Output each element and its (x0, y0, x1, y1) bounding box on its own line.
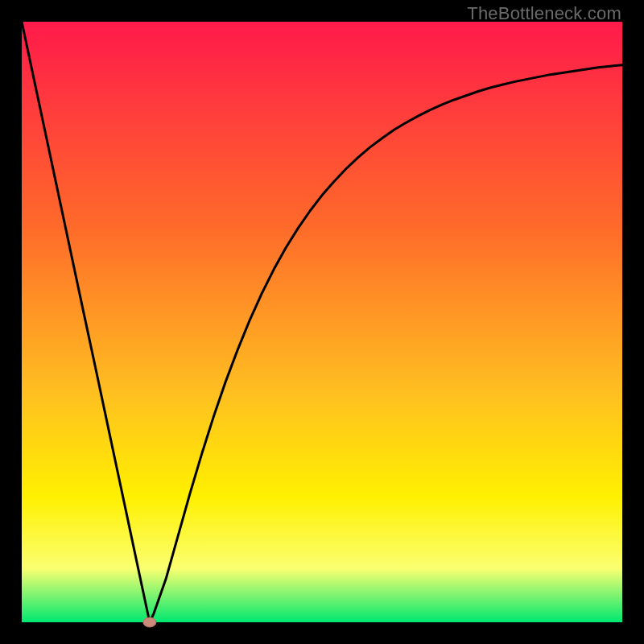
watermark-text: TheBottleneck.com (467, 3, 621, 24)
chart-frame: { "watermark": "TheBottleneck.com", "col… (0, 0, 644, 644)
optimum-marker (143, 617, 156, 627)
chart-svg (0, 0, 644, 644)
plot-background (22, 22, 622, 622)
